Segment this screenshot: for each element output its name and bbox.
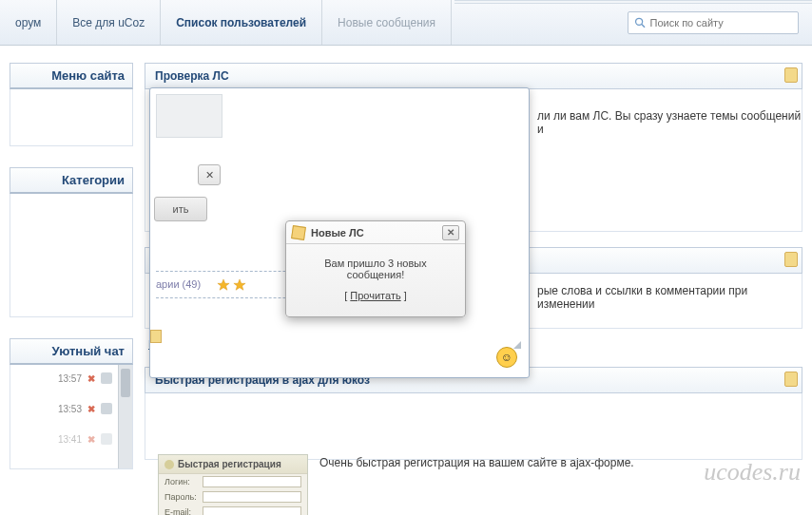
emoji-icon[interactable]: ☺ <box>496 347 517 368</box>
sidebar-categories-head: Категории <box>10 167 133 194</box>
chat-delete-icon[interactable]: ✖ <box>87 373 95 384</box>
top-bar: орум Все для uCoz Список пользователей Н… <box>0 0 812 46</box>
search-icon <box>634 16 647 29</box>
overlay-comments-partial: арии (49) <box>156 278 201 290</box>
overlay-close-button[interactable] <box>198 164 221 185</box>
chat-time: 13:57 <box>58 373 82 384</box>
post-header-check-pm: Проверка ЛС <box>145 63 802 89</box>
collapse-icon[interactable] <box>784 252 798 267</box>
overlay-partial-button[interactable]: ить <box>154 197 207 221</box>
svg-line-1 <box>642 24 645 27</box>
dialog-message: Вам пришло 3 новых сообщения! <box>296 258 455 280</box>
search-box[interactable] <box>628 11 799 34</box>
overlay-notch-icon <box>150 330 162 343</box>
sidebar-chat-head: Уютный чат <box>10 338 133 365</box>
nav-ucoz[interactable]: Все для uCoz <box>57 0 161 45</box>
quick-reg-panel: Быстрая регистрация Логин: Пароль: E-mai… <box>158 454 308 515</box>
reg-email-input[interactable] <box>203 506 301 515</box>
reg-login-label: Логин: <box>164 477 199 486</box>
dialog-read-link[interactable]: Прочитать <box>350 290 400 301</box>
reg-title: Быстрая регистрация <box>178 459 281 469</box>
svg-marker-2 <box>218 279 229 290</box>
collapse-icon[interactable] <box>784 67 798 83</box>
reg-icon <box>164 460 174 469</box>
reg-email-label: E-mail: <box>164 507 199 515</box>
new-pm-dialog: Новые ЛС Вам пришло 3 новых сообщения! [… <box>285 220 466 317</box>
chat-row: 13:41 ✖ <box>16 433 112 445</box>
chat-user-icon <box>101 433 112 445</box>
chat-user-icon <box>101 372 112 384</box>
top-nav: орум Все для uCoz Список пользователей Н… <box>0 0 452 45</box>
watermark: ucodes.ru <box>704 458 801 486</box>
dialog-title: Новые ЛС <box>311 227 364 238</box>
chat-row: 13:57 ✖ <box>16 372 112 384</box>
post2-description: Очень быстрая регистрация на вашем сайте… <box>319 456 634 469</box>
reg-login-input[interactable] <box>203 476 301 487</box>
dialog-close-button[interactable] <box>442 225 459 240</box>
nav-new-messages[interactable]: Новые сообщения <box>322 0 452 45</box>
post-body-fragment: ли ли вам ЛС. Вы сразу узнаете темы сооб… <box>537 109 803 136</box>
chat-delete-icon[interactable]: ✖ <box>87 404 95 414</box>
svg-marker-3 <box>234 279 245 290</box>
chat-time: 13:41 <box>58 434 82 445</box>
post-body-fragment: рые слова и ссылки в комментарии при изм… <box>537 284 803 311</box>
overlay-thumb <box>156 94 222 138</box>
nav-forum[interactable]: орум <box>0 0 57 45</box>
chat-row: 13:53 ✖ <box>16 403 112 414</box>
dialog-titlebar[interactable]: Новые ЛС <box>286 221 465 244</box>
chat-scrollbar[interactable] <box>118 365 132 468</box>
chat-user-icon <box>101 403 112 414</box>
search-input[interactable] <box>650 17 792 29</box>
overlay-stars <box>217 278 246 294</box>
reg-pass-input[interactable] <box>203 491 301 503</box>
chat-delete-icon[interactable]: ✖ <box>87 434 95 445</box>
nav-users[interactable]: Список пользователей <box>161 0 322 45</box>
resize-handle-icon[interactable] <box>512 339 521 349</box>
reg-pass-label: Пароль: <box>164 492 199 502</box>
chat-time: 13:53 <box>58 404 82 414</box>
collapse-icon[interactable] <box>784 372 798 387</box>
note-icon <box>291 225 306 240</box>
svg-point-0 <box>636 18 643 25</box>
sidebar-menu-head: Меню сайта <box>10 63 133 89</box>
